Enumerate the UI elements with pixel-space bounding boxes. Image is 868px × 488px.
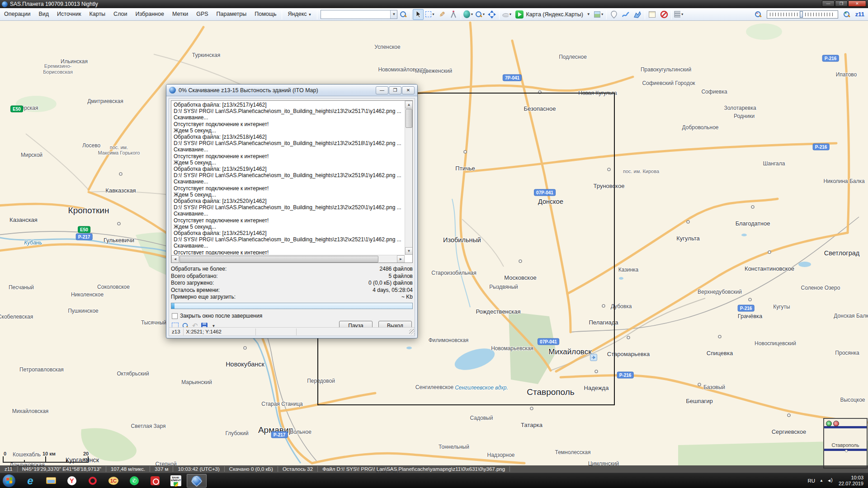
road-badge: Р-216 xyxy=(738,305,755,312)
resize-grip[interactable] xyxy=(409,329,415,334)
scroll-right-icon[interactable]: ► xyxy=(397,255,405,263)
log-line: Обработка файла: [z13/x2517/y1462] xyxy=(174,102,402,108)
globe-tool[interactable]: ▼ xyxy=(463,9,474,20)
close-after-finish-checkbox[interactable] xyxy=(172,313,178,319)
scroll-left-icon[interactable]: ◄ xyxy=(171,255,179,263)
map-label: Грачёвка xyxy=(738,313,763,319)
overview-minimap[interactable]: + − Ставрополь xyxy=(823,418,868,469)
menu-item[interactable]: Вид xyxy=(34,8,53,20)
hscroll-thumb[interactable] xyxy=(179,256,378,263)
map-canvas[interactable]: КропоткинАрмавирСтавропольМихайловскНово… xyxy=(0,21,868,465)
scroll-down-icon[interactable]: ▼ xyxy=(405,247,413,255)
log-line: Отсутствует подключение к интернет! xyxy=(174,185,402,192)
tray-time: 10:03 xyxy=(839,475,863,481)
map-label: пос. им. Кирова xyxy=(623,169,659,174)
start-button[interactable] xyxy=(3,474,15,487)
polygon-tool[interactable] xyxy=(632,9,643,20)
map-label: Успенское xyxy=(374,44,400,50)
minimap-zoom-out-button[interactable]: − xyxy=(833,421,839,427)
zoom-tool[interactable]: ▼ xyxy=(475,9,486,20)
map-label: Татарка xyxy=(521,422,542,428)
log-vertical-scrollbar[interactable]: ▲ ▼ xyxy=(405,101,412,255)
map-label: Ипатово xyxy=(836,71,857,78)
hidden-icons-arrow[interactable]: ▲ xyxy=(820,479,823,483)
map-label: Старая Станица xyxy=(261,401,302,407)
log-line: Скачивание... xyxy=(174,211,402,217)
menu-item[interactable]: Операции xyxy=(0,8,34,20)
taskbar-opera-icon[interactable] xyxy=(83,474,103,488)
taskbar-yandex-browser-icon[interactable]: Y xyxy=(62,474,82,488)
search-input[interactable]: ▼ xyxy=(321,10,397,19)
map-label: Максима Горького xyxy=(98,150,140,155)
menu-item[interactable]: Карты xyxy=(85,8,109,20)
map-label: Лосево xyxy=(82,142,100,149)
map-label: Кубань xyxy=(24,239,42,246)
taskbar-explorer-icon[interactable] xyxy=(41,474,61,488)
log-line: Обработка файла: [z13/x2519/y1462] xyxy=(174,166,402,172)
minimap-zoom-in-button[interactable]: + xyxy=(826,421,832,427)
dialog-title: 0% Скачивание z13-15 Выстоность зданий (… xyxy=(179,87,318,94)
zoom-out-button[interactable]: − xyxy=(753,9,764,20)
volume-icon[interactable] xyxy=(828,478,834,483)
dialog-minimize-button[interactable]: — xyxy=(376,86,388,94)
close-button[interactable]: ✕ xyxy=(848,0,866,7)
taskbar-1c-icon[interactable]: 1С xyxy=(104,474,123,488)
window-title: SAS.Планета 190709.10013 Nightly xyxy=(10,1,98,7)
fill-map-tool[interactable]: ▼ xyxy=(674,9,684,20)
pan-cursor-tool[interactable] xyxy=(413,9,424,20)
ruler-tool-icon[interactable]: ✎ xyxy=(436,9,447,20)
menu-item[interactable]: Источник xyxy=(53,8,85,20)
dialog-close-button[interactable]: ✕ xyxy=(402,86,415,94)
log-horizontal-scrollbar[interactable]: ◄ ► xyxy=(171,255,405,263)
path-tool[interactable] xyxy=(620,9,631,20)
menu-item[interactable]: Параметры xyxy=(212,8,251,20)
menu-item[interactable]: Помощь xyxy=(250,8,280,20)
restore-button[interactable]: ❐ xyxy=(835,0,848,7)
statusbar-segment: N45°19'29,3370" E41°58'18,9713" xyxy=(18,466,106,472)
download-log-lines: Обработка файла: [z13/x2517/y1462]D:\! S… xyxy=(174,102,402,254)
taskbar-sas-planet-icon[interactable] xyxy=(187,474,207,488)
map-label: Вольное xyxy=(290,429,311,435)
dialog-restore-button[interactable]: ❐ xyxy=(389,86,401,94)
taskbar-ie-icon[interactable]: e xyxy=(20,474,40,488)
map-type-button[interactable]: Карта (Яндекс.Карты) ▼ xyxy=(513,9,593,20)
log-line: Ждем 5 секунд... xyxy=(174,160,402,166)
statusbar-segment: 107,48 м/пикс. xyxy=(106,466,150,472)
fullscreen-button[interactable] xyxy=(486,9,497,20)
scroll-thumb[interactable] xyxy=(406,109,412,128)
taskbar-screenshot-icon[interactable] xyxy=(145,474,165,488)
menu-item[interactable]: Слои xyxy=(109,8,131,20)
download-dialog[interactable]: 0% Скачивание z13-15 Выстоность зданий (… xyxy=(166,84,418,338)
taskbar-whatsapp-icon[interactable]: ✆ xyxy=(124,474,144,488)
placemark-list-tool[interactable] xyxy=(647,9,658,20)
menu-item[interactable]: GPS xyxy=(192,8,212,20)
zoom-in-button[interactable]: + xyxy=(841,9,852,20)
selection-tool[interactable]: ▼ xyxy=(425,9,435,20)
layers-image-tool[interactable]: ▼ xyxy=(594,9,604,20)
divider-compass-icon[interactable] xyxy=(448,9,459,20)
menu-item[interactable]: Избранное xyxy=(132,8,168,20)
map-source-dropdown[interactable]: Яндекс▼ xyxy=(283,8,316,21)
zoom-slider[interactable] xyxy=(767,10,838,19)
search-icon[interactable] xyxy=(398,9,409,20)
download-log[interactable]: Обработка файла: [z13/x2517/y1462]D:\! S… xyxy=(171,100,413,263)
menu-item[interactable]: Метки xyxy=(168,8,192,20)
dialog-titlebar[interactable]: 0% Скачивание z13-15 Выстоность зданий (… xyxy=(166,84,417,96)
minimap-city-label: Ставрополь xyxy=(831,442,859,448)
hide-marks-tool[interactable] xyxy=(659,9,670,20)
road-badge: Р-217 xyxy=(76,234,93,240)
minimize-button[interactable]: — xyxy=(822,0,835,7)
tray-clock[interactable]: 10:03 22.07.2019 xyxy=(839,475,863,487)
placemark-tool[interactable] xyxy=(609,9,619,20)
cache-dome-tool[interactable]: ▼ xyxy=(501,9,512,20)
menu-bar: ОперацииВидИсточникКартыСлоиИзбранноеМет… xyxy=(0,8,280,20)
log-line: Скачивание... xyxy=(174,178,402,185)
map-label: Шангала xyxy=(763,160,785,167)
zoom-slider-thumb[interactable] xyxy=(800,11,803,18)
log-line: D:\! SYS\! PRG\! Lan\SAS.Planet\cache\os… xyxy=(174,172,402,178)
keyboard-layout[interactable]: RU xyxy=(807,478,815,483)
close-after-finish-row[interactable]: Закрыть окно после завершения xyxy=(172,313,262,319)
scroll-up-icon[interactable]: ▲ xyxy=(405,101,413,108)
search-dropdown-icon[interactable]: ▼ xyxy=(390,10,397,19)
taskbar-bank-client-icon[interactable]: БАНК-КЛИЕНТ xyxy=(166,474,186,488)
